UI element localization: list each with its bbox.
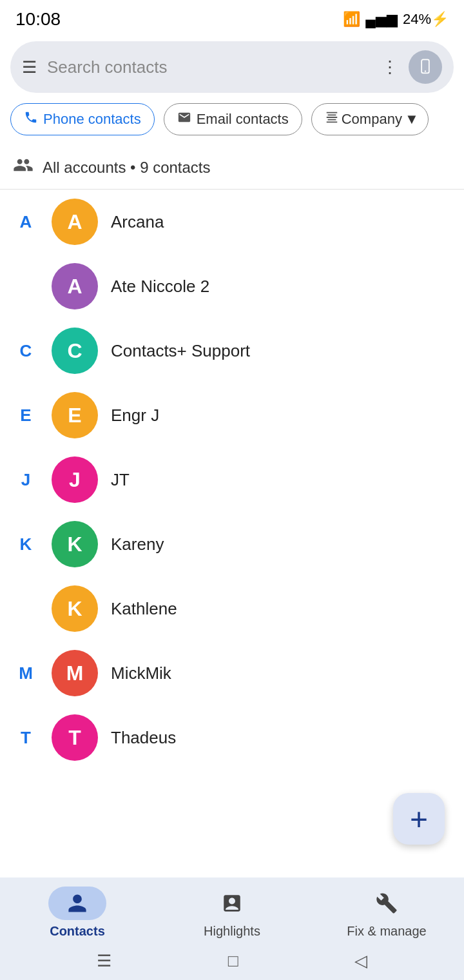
filter-chips: Phone contacts Email contacts Company ▼	[0, 101, 464, 146]
nav-item-fix[interactable]: Fix & manage	[335, 887, 438, 939]
sys-nav-menu[interactable]: ☰	[97, 951, 111, 971]
avatar: A	[52, 199, 98, 245]
section-letter-c: C	[13, 341, 39, 361]
device-icon[interactable]	[409, 50, 442, 84]
chip-email-label: Email contacts	[197, 111, 289, 128]
nav-label-contacts: Contacts	[50, 924, 105, 939]
highlights-nav-icon-wrap	[203, 887, 261, 920]
section-letter-j: J	[13, 470, 39, 490]
list-item[interactable]: E E Engr J	[0, 383, 464, 447]
list-item[interactable]: A A Arcana	[0, 190, 464, 254]
search-input-placeholder[interactable]: Search contacts	[47, 57, 371, 77]
contact-name: JT	[111, 470, 130, 490]
phone-chip-icon	[24, 110, 38, 128]
list-item[interactable]: K K Kareny	[0, 512, 464, 576]
avatar: M	[52, 650, 98, 696]
nav-item-contacts[interactable]: Contacts	[26, 887, 129, 939]
contact-name: Thadeus	[111, 728, 176, 748]
accounts-text: All accounts • 9 contacts	[43, 159, 211, 177]
list-item[interactable]: T T Thadeus	[0, 705, 464, 770]
accounts-row: All accounts • 9 contacts	[0, 146, 464, 190]
more-options-icon[interactable]: ⋮	[382, 57, 398, 77]
section-letter-k: K	[13, 534, 39, 554]
wifi-icon: 📶	[343, 11, 360, 28]
menu-icon[interactable]: ☰	[22, 57, 37, 77]
section-letter-e: E	[13, 406, 39, 426]
fix-nav-icon	[376, 892, 398, 914]
avatar: A	[52, 263, 98, 309]
dropdown-arrow-icon: ▼	[405, 111, 419, 128]
status-bar: 10:08 📶 ▄▅▆ 24%⚡	[0, 0, 464, 36]
avatar: C	[52, 328, 98, 374]
section-letter-m: M	[13, 663, 39, 683]
list-item[interactable]: A A Ate Niccole 2	[0, 254, 464, 318]
avatar: T	[52, 714, 98, 761]
list-item[interactable]: K K Kathlene	[0, 576, 464, 641]
signal-icon: ▄▅▆	[365, 11, 398, 28]
nav-items: Contacts Highlights Fix & manage	[0, 877, 464, 941]
fix-nav-icon-wrap	[358, 887, 416, 920]
chip-phone-label: Phone contacts	[43, 111, 141, 128]
avatar: K	[52, 521, 98, 567]
section-letter-t: T	[13, 728, 39, 748]
sys-nav-back[interactable]: ◁	[354, 951, 367, 971]
contact-list: A A Arcana A A Ate Niccole 2 C C Contact…	[0, 190, 464, 847]
avatar: E	[52, 392, 98, 438]
company-chip-icon	[325, 110, 339, 128]
nav-item-highlights[interactable]: Highlights	[180, 887, 284, 939]
contacts-nav-icon-wrap	[48, 887, 106, 920]
system-nav-bar: ☰ □ ◁	[0, 941, 464, 980]
section-letter-a: A	[13, 212, 39, 232]
contact-name: Kareny	[111, 534, 164, 554]
search-bar[interactable]: ☰ Search contacts ⋮	[10, 41, 454, 93]
sys-nav-home[interactable]: □	[228, 951, 238, 971]
contacts-nav-icon	[66, 892, 88, 914]
bottom-navigation: Contacts Highlights Fix & manage ☰ □ ◁	[0, 877, 464, 980]
battery-text: 24%⚡	[403, 11, 449, 28]
contact-name: Ate Niccole 2	[111, 277, 209, 297]
status-time: 10:08	[15, 9, 61, 30]
status-icons: 📶 ▄▅▆ 24%⚡	[343, 11, 449, 28]
nav-label-fix: Fix & manage	[347, 924, 426, 939]
chip-company[interactable]: Company ▼	[311, 103, 429, 135]
chip-phone[interactable]: Phone contacts	[10, 103, 155, 135]
list-item[interactable]: M M MickMik	[0, 641, 464, 705]
add-icon: +	[410, 801, 428, 837]
contact-name: MickMik	[111, 663, 171, 683]
contact-name: Engr J	[111, 406, 159, 426]
list-item[interactable]: J J JT	[0, 447, 464, 512]
highlights-nav-icon	[221, 892, 243, 914]
contact-name: Kathlene	[111, 599, 177, 619]
nav-label-highlights: Highlights	[204, 924, 260, 939]
email-chip-icon	[177, 110, 191, 128]
svg-point-1	[425, 70, 426, 72]
list-item[interactable]: C C Contacts+ Support	[0, 318, 464, 383]
accounts-icon	[13, 155, 34, 180]
add-contact-fab[interactable]: +	[393, 793, 445, 845]
contact-name: Arcana	[111, 212, 164, 232]
chip-company-label: Company	[342, 111, 402, 128]
avatar: K	[52, 585, 98, 632]
contact-name: Contacts+ Support	[111, 341, 250, 361]
avatar: J	[52, 456, 98, 503]
chip-email[interactable]: Email contacts	[164, 103, 302, 135]
